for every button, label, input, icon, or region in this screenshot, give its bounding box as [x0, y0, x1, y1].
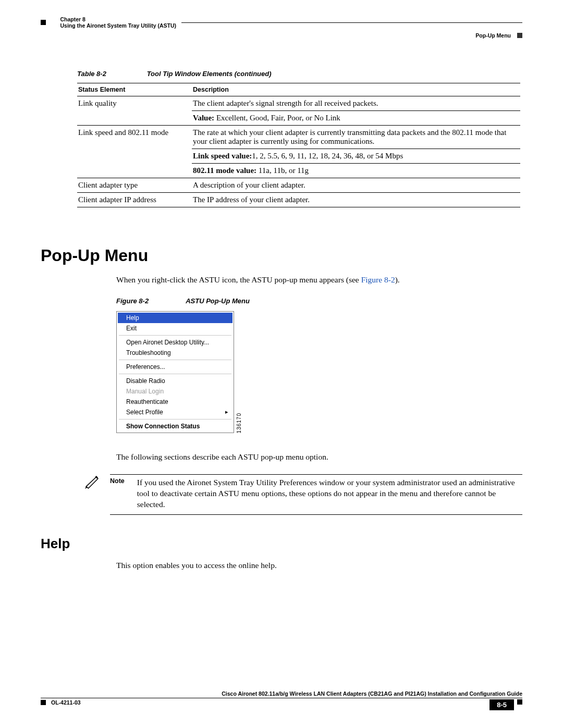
menu-item-select-profile[interactable]: Select Profile	[118, 407, 232, 417]
breadcrumb: Pop-Up Menu	[475, 32, 511, 39]
section-heading-popup-menu: Pop-Up Menu	[41, 246, 522, 265]
table-caption: Table 8-2 Tool Tip Window Elements (cont…	[77, 70, 522, 78]
figure-caption-title: ASTU Pop-Up Menu	[186, 297, 250, 305]
footer-doc-number: OL-4211-03	[51, 699, 81, 706]
astu-popup-menu: Help Exit Open Aironet Desktop Utility..…	[116, 311, 234, 433]
note-icon	[85, 474, 101, 491]
footer-marker-right	[517, 699, 522, 705]
table-caption-title: Tool Tip Window Elements (continued)	[147, 70, 272, 78]
tooltip-elements-table: Status Element Description Link quality …	[77, 83, 520, 207]
cell-link-speed-value: Link speed value:1, 2, 5.5, 6, 9, 11, 12…	[192, 149, 520, 164]
cell-link-quality: Link quality	[77, 96, 192, 111]
figure-ref-link[interactable]: Figure 8-2	[361, 275, 395, 284]
figure-id: 136170	[236, 413, 242, 433]
menu-separator	[119, 360, 231, 360]
cell-80211-mode-value: 802.11 mode value: 11a, 11b, or 11g	[192, 164, 520, 178]
table-caption-label: Table 8-2	[77, 70, 145, 78]
page-footer: Cisco Aironet 802.11a/b/g Wireless LAN C…	[41, 690, 522, 710]
menu-separator	[119, 419, 231, 419]
menu-item-troubleshooting[interactable]: Troubleshooting	[118, 348, 232, 358]
cell-adapter-type-desc: A description of your client adapter.	[192, 178, 520, 193]
menu-item-show-connection-status[interactable]: Show Connection Status	[118, 421, 232, 431]
figure-caption-label: Figure 8-2	[116, 297, 184, 305]
page-header: Chapter 8 Using the Aironet System Tray …	[41, 19, 522, 26]
chapter-title: Using the Aironet System Tray Utility (A…	[60, 22, 176, 29]
header-marker-right	[517, 33, 522, 38]
header-rule	[181, 22, 522, 23]
th-status-element: Status Element	[77, 83, 192, 96]
cell-adapter-type: Client adapter type	[77, 178, 192, 193]
cell-adapter-ip-desc: The IP address of your client adapter.	[192, 193, 520, 207]
menu-item-open-adu[interactable]: Open Aironet Desktop Utility...	[118, 337, 232, 348]
intro-paragraph: When you right-click the ASTU icon, the …	[116, 275, 522, 286]
cell-link-quality-desc: The client adapter's signal strength for…	[192, 96, 520, 111]
note-block: Note If you used the Aironet System Tray…	[85, 474, 522, 515]
figure-caption: Figure 8-2 ASTU Pop-Up Menu	[116, 297, 522, 305]
header-marker-left	[41, 20, 46, 25]
menu-item-reauthenticate[interactable]: Reauthenticate	[118, 397, 232, 407]
th-description: Description	[192, 83, 520, 96]
footer-guide-title: Cisco Aironet 802.11a/b/g Wireless LAN C…	[41, 690, 522, 698]
menu-item-preferences[interactable]: Preferences...	[118, 362, 232, 372]
cell-link-quality-value: Value: Excellent, Good, Fair, Poor, or N…	[192, 111, 520, 126]
cell-link-speed: Link speed and 802.11 mode	[77, 126, 192, 149]
help-paragraph: This option enables you to access the on…	[116, 560, 522, 571]
page-number-badge: 8-5	[489, 699, 514, 710]
menu-separator	[119, 335, 231, 336]
chapter-label: Chapter 8	[60, 16, 85, 22]
menu-item-help[interactable]: Help	[118, 313, 232, 323]
menu-item-manual-login: Manual Login	[118, 386, 232, 397]
after-figure-paragraph: The following sections describe each AST…	[116, 452, 522, 463]
menu-item-exit[interactable]: Exit	[118, 323, 232, 334]
note-label: Note	[110, 477, 135, 485]
menu-item-disable-radio[interactable]: Disable Radio	[118, 376, 232, 386]
menu-separator	[119, 374, 231, 374]
cell-link-speed-desc: The rate at which your client adapter is…	[192, 126, 520, 149]
cell-adapter-ip: Client adapter IP address	[77, 193, 192, 207]
footer-marker	[41, 700, 46, 705]
subsection-heading-help: Help	[41, 536, 522, 552]
note-text: If you used the Aironet System Tray Util…	[137, 477, 521, 510]
